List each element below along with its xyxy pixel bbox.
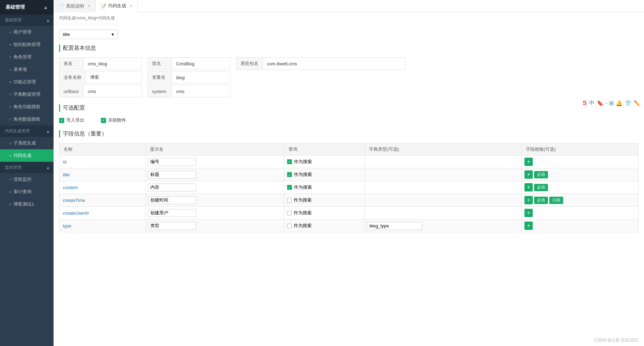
sidebar-item-users[interactable]: ○ 用户管理 bbox=[0, 26, 54, 38]
field-name-cell: content bbox=[59, 181, 146, 194]
checkbox-import-export[interactable]: 导入导出 bbox=[59, 117, 84, 123]
field-validate-cell: + bbox=[521, 219, 638, 232]
content-area: title ▾ 配置基本信息 表名 cms_blog 类名 CmsBlog 系统… bbox=[54, 24, 644, 346]
table-name-value: cms_blog bbox=[84, 61, 111, 66]
sidebar-item-features[interactable]: ○ 功能点管理 bbox=[0, 76, 54, 88]
field-display-cell bbox=[146, 156, 284, 168]
field-name-cell: createUserId bbox=[59, 207, 146, 219]
validate-tag-必填[interactable]: 必填 bbox=[534, 197, 548, 204]
dict-input[interactable] bbox=[367, 222, 422, 230]
grid-icon[interactable]: ⊞ bbox=[609, 100, 614, 106]
subsystem-icon: ○ bbox=[9, 141, 11, 146]
query-checkbox-checked[interactable]: ✓ bbox=[287, 159, 292, 164]
table-row: content✓作为搜索+必填 bbox=[59, 181, 638, 194]
sidebar-item-role-func[interactable]: ○ 角色功能授权 bbox=[0, 101, 54, 113]
sidebar-group-monitor[interactable]: 监控管理 ▲ bbox=[0, 162, 54, 173]
sidebar-item-codegen[interactable]: ○ 代码生成 bbox=[0, 149, 54, 162]
field-url-base: urlBase cms bbox=[59, 85, 142, 97]
sidebar-item-blog-test[interactable]: ○ 博客测试1 bbox=[0, 198, 54, 211]
dict-icon: ○ bbox=[9, 92, 11, 97]
field-validate-cell: +必填日期 bbox=[521, 194, 638, 207]
role-func-icon: ○ bbox=[9, 104, 11, 109]
sidebar-item-orgs[interactable]: ○ 组织机构管理 bbox=[0, 38, 54, 51]
field-name-cell: id bbox=[59, 156, 146, 168]
field-display-input[interactable] bbox=[148, 196, 196, 204]
field-query-cell: ✓作为搜索 bbox=[284, 181, 365, 194]
sidebar-item-audit[interactable]: ○ 审计查询 bbox=[0, 186, 54, 198]
tab-codegen[interactable]: 📝 代码生成 ✕ bbox=[96, 0, 138, 12]
field-table-name: 表名 cms_blog bbox=[59, 57, 142, 70]
bookmark-icon[interactable]: 🔖 bbox=[597, 100, 604, 106]
tab-system-desc-close[interactable]: ✕ bbox=[87, 4, 91, 8]
edit-icon[interactable]: ✏️ bbox=[634, 100, 641, 106]
col-validate: 字段校验(可选) bbox=[521, 143, 638, 156]
url-base-value: cms bbox=[84, 89, 100, 94]
tabs-bar: 📄 系统说明 ✕ 📝 代码生成 ✕ bbox=[54, 0, 644, 12]
system-value: cms bbox=[172, 89, 189, 94]
field-dict-cell bbox=[365, 156, 521, 168]
bell-icon[interactable]: 🔔 bbox=[616, 100, 623, 106]
import-export-checkbox-icon[interactable] bbox=[59, 118, 64, 123]
field-query-cell: 作为搜索 bbox=[284, 207, 365, 219]
field-name-cell: title bbox=[59, 168, 146, 181]
biz-name-value: 博客 bbox=[86, 74, 103, 81]
feature-icon: ○ bbox=[9, 80, 11, 84]
validate-plus-button[interactable]: + bbox=[524, 222, 533, 230]
breadcrumb: 代码生成>cms_blog>代码生成 bbox=[54, 12, 644, 24]
shirt-icon[interactable]: 👕 bbox=[625, 100, 632, 106]
org-icon: ○ bbox=[9, 42, 11, 47]
field-display-cell bbox=[146, 207, 284, 219]
validate-plus-button[interactable]: + bbox=[524, 183, 533, 191]
field-display-input[interactable] bbox=[148, 209, 196, 217]
field-dropdown[interactable]: title ▾ bbox=[59, 30, 118, 39]
validate-tag-日期[interactable]: 日期 bbox=[549, 197, 563, 204]
validate-plus-button[interactable]: + bbox=[524, 196, 533, 204]
query-checkbox-checked[interactable]: ✓ bbox=[287, 172, 292, 177]
codegen-icon: ○ bbox=[9, 153, 11, 158]
sidebar-collapse-icon[interactable]: ▲ bbox=[43, 4, 48, 10]
validate-plus-button[interactable]: + bbox=[524, 209, 533, 217]
attachment-label: 关联附件 bbox=[108, 117, 126, 123]
query-label: 作为搜索 bbox=[294, 159, 312, 165]
tab-system-desc[interactable]: 📄 系统说明 ✕ bbox=[54, 0, 96, 12]
validate-plus-button[interactable]: + bbox=[524, 158, 533, 166]
field-validate-cell: +必填 bbox=[521, 168, 638, 181]
field-query-cell: 作为搜索 bbox=[284, 219, 365, 232]
col-dict: 字典类型(可选) bbox=[365, 143, 521, 156]
tab-codegen-close[interactable]: ✕ bbox=[130, 4, 133, 8]
validate-tag-必填[interactable]: 必填 bbox=[534, 171, 548, 178]
query-checkbox-checked[interactable]: ✓ bbox=[287, 185, 292, 190]
basic-info-title: 配置基本信息 bbox=[59, 45, 638, 52]
user-icon: ○ bbox=[9, 30, 11, 35]
optional-title: 可选配置 bbox=[59, 104, 638, 112]
query-checkbox-unchecked[interactable] bbox=[287, 211, 292, 215]
sidebar-group-basics[interactable]: 基础管理 ▲ bbox=[0, 15, 54, 26]
validate-tag-必填[interactable]: 必填 bbox=[534, 184, 548, 191]
role-icon: ○ bbox=[9, 55, 11, 59]
query-label: 作为搜索 bbox=[294, 223, 312, 229]
sidebar-item-menu[interactable]: ○ 菜单项 bbox=[0, 63, 54, 76]
attachment-checkbox-icon[interactable] bbox=[101, 118, 106, 123]
validate-plus-button[interactable]: + bbox=[524, 170, 533, 179]
sidebar-header: 基础管理 ▲ bbox=[0, 0, 54, 15]
field-display-input[interactable] bbox=[148, 222, 196, 230]
field-display-input[interactable] bbox=[148, 184, 196, 191]
sidebar-item-roles[interactable]: ○ 角色管理 bbox=[0, 51, 54, 63]
sidebar-item-process[interactable]: ○ 流程监控 bbox=[0, 173, 54, 186]
field-dict-cell bbox=[365, 194, 521, 207]
lang-icon[interactable]: 中 bbox=[589, 100, 595, 107]
table-row: title✓作为搜索+必填 bbox=[59, 168, 638, 181]
field-validate-cell: + bbox=[521, 156, 638, 168]
optional-config-row: 导入导出 关联附件 bbox=[59, 117, 638, 123]
field-display-input[interactable] bbox=[148, 158, 196, 166]
query-checkbox-unchecked[interactable] bbox=[287, 224, 292, 228]
sidebar-item-dict[interactable]: ○ 字典数据管理 bbox=[0, 88, 54, 101]
main-area: 📄 系统说明 ✕ 📝 代码生成 ✕ 代码生成>cms_blog>代码生成 tit… bbox=[54, 0, 644, 346]
sidebar-group-codegen[interactable]: 代码生成管理 ▲ bbox=[0, 125, 54, 137]
sidebar-item-role-data[interactable]: ○ 角色数据授权 bbox=[0, 113, 54, 125]
query-checkbox-unchecked[interactable] bbox=[287, 198, 292, 203]
field-display-input[interactable] bbox=[148, 171, 196, 179]
sidebar-item-subsystem[interactable]: ○ 子系统生成 bbox=[0, 137, 54, 149]
checkbox-attachment[interactable]: 关联附件 bbox=[101, 117, 126, 123]
role-data-icon: ○ bbox=[9, 117, 11, 122]
